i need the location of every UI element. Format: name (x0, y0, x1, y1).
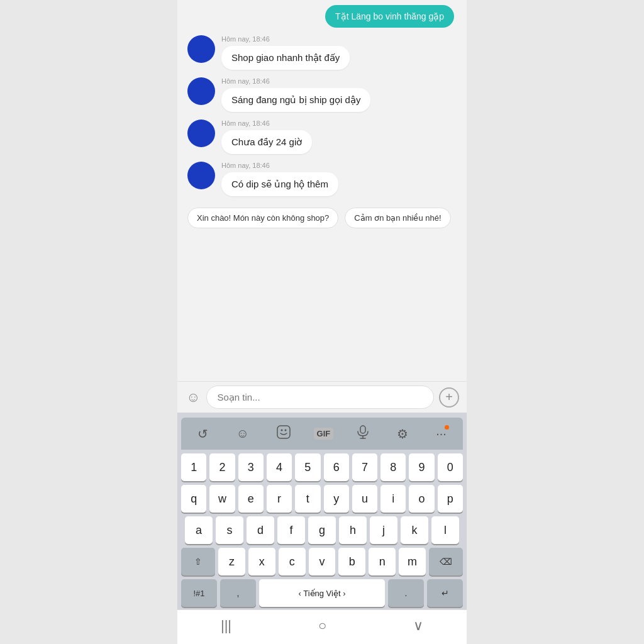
svg-point-1 (281, 430, 283, 431)
key-7[interactable]: 7 (352, 453, 377, 481)
key-s[interactable]: s (216, 516, 243, 544)
comma-key[interactable]: , (220, 579, 256, 607)
svg-rect-3 (360, 426, 365, 433)
avatar (187, 119, 215, 147)
key-9[interactable]: 9 (409, 453, 434, 481)
key-q[interactable]: q (181, 485, 206, 513)
shift-key[interactable]: ⇧ (181, 548, 215, 575)
key-t[interactable]: t (295, 485, 320, 513)
key-1[interactable]: 1 (181, 453, 206, 481)
avatar (187, 162, 215, 189)
key-e[interactable]: e (238, 485, 264, 513)
key-p[interactable]: p (438, 485, 463, 513)
key-6[interactable]: 6 (324, 453, 349, 481)
key-v[interactable]: v (309, 548, 336, 575)
key-j[interactable]: j (370, 516, 397, 544)
message-input[interactable] (206, 386, 434, 409)
message-bubble: Sáng đang ngủ bị ship gọi dậy (221, 88, 370, 112)
phone-container: Tặt Läng bo vinh thăng gặp Hôm nay, 18:4… (177, 0, 467, 644)
message-time: Hôm nay, 18:46 (221, 77, 370, 85)
add-button[interactable]: + (439, 387, 459, 408)
key-w[interactable]: w (209, 485, 235, 513)
backspace-key[interactable]: ⌫ (429, 548, 463, 575)
key-l[interactable]: l (431, 516, 459, 544)
key-8[interactable]: 8 (380, 453, 406, 481)
key-r[interactable]: r (267, 485, 292, 513)
nav-back-icon[interactable]: ∨ (413, 618, 423, 634)
key-f[interactable]: f (277, 516, 305, 544)
message-time: Hôm nay, 18:46 (221, 35, 350, 43)
qwerty-row: q w e r t y u i o p (181, 485, 463, 513)
notification-dot (445, 425, 449, 430)
message-bubble: Có dip sẽ ủng hộ thêm (221, 172, 338, 196)
quick-reply-chip-1[interactable]: Cảm ơn bạn nhiều nhé! (345, 208, 450, 228)
sticker-icon[interactable] (272, 423, 296, 445)
key-u[interactable]: u (352, 485, 377, 513)
message-time: Hôm nay, 18:46 (221, 162, 338, 169)
emoji-icon[interactable]: ☺ (231, 424, 253, 443)
message-bubble: Shop giao nhanh thật đấy (221, 46, 350, 70)
nav-menu-icon[interactable]: ||| (221, 618, 231, 634)
symbol-key[interactable]: !#1 (181, 579, 217, 607)
message-bubble: Chưa đầy 24 giờ (221, 130, 312, 154)
settings-icon[interactable]: ⚙ (392, 424, 413, 444)
keyboard-toolbar: ↺ ☺ GIF ⚙ ··· (181, 418, 463, 450)
key-m[interactable]: m (399, 548, 426, 575)
keyboard: ↺ ☺ GIF ⚙ ··· (177, 413, 467, 609)
key-i[interactable]: i (380, 485, 406, 513)
quick-replies: Xin chào! Món này còn không shop? Cảm ơn… (187, 204, 457, 233)
key-0[interactable]: 0 (438, 453, 463, 481)
key-x[interactable]: x (248, 548, 275, 575)
key-c[interactable]: c (279, 548, 306, 575)
message-content: Hôm nay, 18:46 Có dip sẽ ủng hộ thêm (221, 162, 338, 196)
message-row: Hôm nay, 18:46 Sáng đang ngủ bị ship gọi… (187, 77, 457, 112)
key-o[interactable]: o (409, 485, 434, 513)
bottom-row: !#1 , ‹ Tiếng Việt › . ↵ (181, 579, 463, 607)
chat-area: Tặt Läng bo vinh thăng gặp Hôm nay, 18:4… (177, 0, 467, 381)
nav-home-icon[interactable]: ○ (318, 618, 326, 634)
mic-icon[interactable] (352, 423, 374, 445)
message-row: Hôm nay, 18:46 Có dip sẽ ủng hộ thêm (187, 162, 457, 196)
top-message-bubble: Tặt Läng bo vinh thăng gặp (325, 5, 454, 28)
message-content: Hôm nay, 18:46 Sáng đang ngủ bị ship gọi… (221, 77, 370, 112)
quick-reply-chip-0[interactable]: Xin chào! Món này còn không shop? (187, 208, 338, 228)
key-d[interactable]: d (247, 516, 274, 544)
svg-point-2 (285, 430, 287, 431)
gif-button[interactable]: GIF (314, 428, 334, 440)
key-g[interactable]: g (308, 516, 336, 544)
message-content: Hôm nay, 18:46 Shop giao nhanh thật đấy (221, 35, 350, 70)
key-2[interactable]: 2 (209, 453, 235, 481)
key-y[interactable]: y (324, 485, 349, 513)
input-bar: ☺ + (177, 381, 467, 413)
avatar (187, 35, 215, 63)
undo-icon[interactable]: ↺ (192, 424, 213, 444)
enter-key[interactable]: ↵ (427, 579, 463, 607)
key-a[interactable]: a (185, 516, 213, 544)
message-row: Hôm nay, 18:46 Shop giao nhanh thật đấy (187, 35, 457, 70)
key-k[interactable]: k (401, 516, 428, 544)
message-time: Hôm nay, 18:46 (221, 119, 312, 127)
period-key[interactable]: . (388, 579, 424, 607)
nav-bar: ||| ○ ∨ (177, 609, 467, 644)
key-5[interactable]: 5 (295, 453, 320, 481)
asdf-row: a s d f g h j k l (181, 516, 463, 544)
key-3[interactable]: 3 (238, 453, 264, 481)
number-row: 1 2 3 4 5 6 7 8 9 0 (181, 453, 463, 481)
key-z[interactable]: z (218, 548, 245, 575)
emoji-button[interactable]: ☺ (185, 388, 201, 407)
key-4[interactable]: 4 (267, 453, 292, 481)
key-h[interactable]: h (339, 516, 367, 544)
key-b[interactable]: b (338, 548, 365, 575)
message-content: Hôm nay, 18:46 Chưa đầy 24 giờ (221, 119, 312, 154)
zxcv-row: ⇧ z x c v b n m ⌫ (181, 548, 463, 575)
key-n[interactable]: n (369, 548, 396, 575)
message-row: Hôm nay, 18:46 Chưa đầy 24 giờ (187, 119, 457, 154)
space-key[interactable]: ‹ Tiếng Việt › (259, 579, 385, 607)
avatar (187, 77, 215, 105)
more-icon[interactable]: ··· (431, 424, 452, 443)
svg-rect-0 (277, 426, 290, 438)
